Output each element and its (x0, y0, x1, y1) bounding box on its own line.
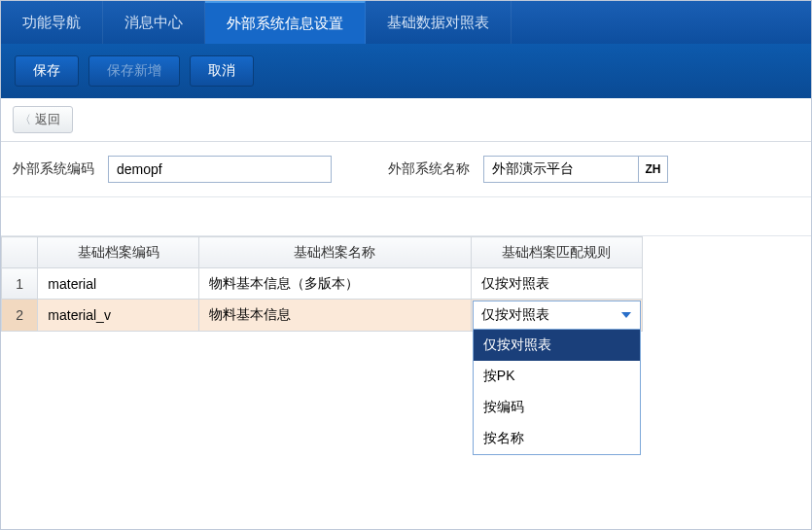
row-number: 1 (2, 268, 38, 300)
col-header-code: 基础档案编码 (38, 237, 199, 268)
cell-name[interactable]: 物料基本信息（多版本） (199, 268, 472, 300)
table-row[interactable]: 2 material_v 物料基本信息 仅按对照表 仅按对照表 按PK 按编码 … (2, 300, 643, 332)
button-label: 保存新增 (107, 62, 161, 80)
back-label: 返回 (35, 111, 60, 128)
tab-function-nav[interactable]: 功能导航 (1, 1, 103, 44)
cell-code[interactable]: material (38, 268, 199, 300)
back-bar: 〈 返回 (1, 98, 811, 142)
cell-rule-dropdown: 仅按对照表 仅按对照表 按PK 按编码 按名称 (471, 300, 642, 332)
cell-name[interactable]: 物料基本信息 (199, 300, 472, 332)
dropdown-option[interactable]: 按PK (474, 361, 640, 392)
dropdown-option[interactable]: 仅按对照表 (474, 330, 640, 361)
rule-dropdown-trigger[interactable]: 仅按对照表 (473, 300, 641, 330)
mapping-grid: 基础档案编码 基础档案名称 基础档案匹配规则 1 material 物料基本信息… (1, 236, 643, 332)
save-new-button[interactable]: 保存新增 (88, 55, 180, 87)
chevron-down-icon (617, 305, 636, 325)
tab-label: 外部系统信息设置 (227, 15, 343, 33)
dropdown-option[interactable]: 按名称 (474, 423, 640, 454)
tab-message-center[interactable]: 消息中心 (103, 1, 205, 44)
form-row: 外部系统编码 外部系统名称 ZH (1, 142, 811, 197)
dropdown-option[interactable]: 按编码 (474, 392, 640, 423)
language-button[interactable]: ZH (639, 156, 668, 183)
cell-rule[interactable]: 仅按对照表 (471, 268, 642, 300)
grid-wrap: 基础档案编码 基础档案名称 基础档案匹配规则 1 material 物料基本信息… (1, 236, 811, 332)
tab-label: 基础数据对照表 (387, 14, 489, 32)
header-label: 基础档案名称 (294, 244, 375, 260)
tab-label: 功能导航 (22, 14, 81, 32)
back-button[interactable]: 〈 返回 (13, 106, 73, 133)
external-system-code-input[interactable] (108, 156, 332, 183)
button-label: 取消 (208, 62, 235, 80)
col-header-name: 基础档案名称 (199, 237, 472, 268)
external-system-name-input[interactable] (483, 156, 639, 183)
col-header-rownum (2, 237, 38, 268)
name-label: 外部系统名称 (388, 160, 470, 178)
chevron-left-icon: 〈 (19, 112, 31, 128)
button-label: 保存 (33, 62, 60, 80)
top-tabs: 功能导航 消息中心 外部系统信息设置 基础数据对照表 (1, 1, 811, 44)
section-spacer (1, 197, 811, 236)
toolbar: 保存 保存新增 取消 (1, 44, 811, 98)
header-label: 基础档案编码 (78, 244, 159, 260)
cell-code[interactable]: material_v (38, 300, 199, 332)
row-number: 2 (2, 300, 38, 332)
cancel-button[interactable]: 取消 (190, 55, 254, 87)
dropdown-value: 仅按对照表 (481, 306, 549, 324)
tab-base-data-mapping[interactable]: 基础数据对照表 (366, 1, 512, 44)
rule-dropdown-menu: 仅按对照表 按PK 按编码 按名称 (473, 329, 641, 455)
save-button[interactable]: 保存 (15, 55, 79, 87)
tab-label: 消息中心 (124, 14, 183, 32)
tab-external-system-settings[interactable]: 外部系统信息设置 (205, 0, 366, 44)
header-label: 基础档案匹配规则 (502, 244, 611, 260)
code-label: 外部系统编码 (13, 160, 94, 178)
col-header-rule: 基础档案匹配规则 (471, 237, 642, 268)
table-row[interactable]: 1 material 物料基本信息（多版本） 仅按对照表 (2, 268, 643, 300)
